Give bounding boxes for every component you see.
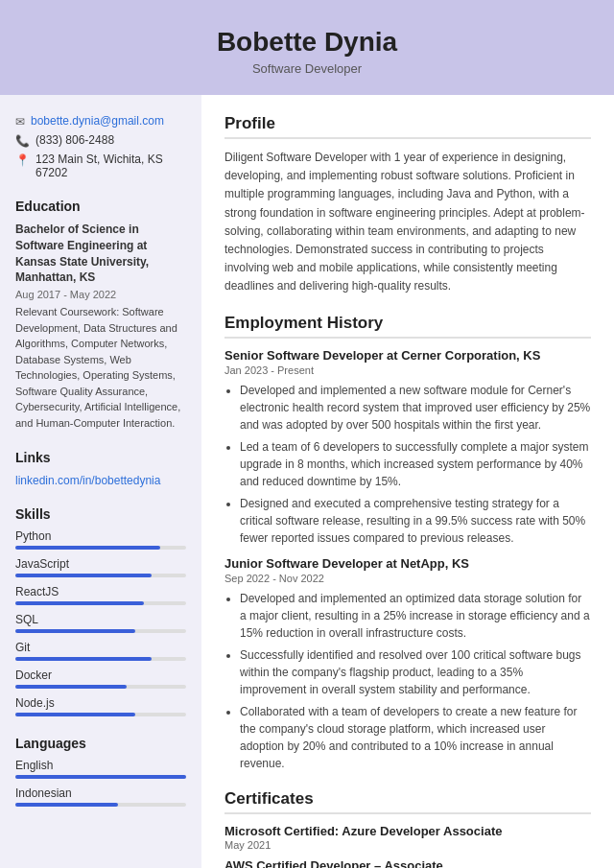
education-title: Education [15, 199, 186, 214]
skill-item: JavaScript [15, 557, 186, 577]
job-bullets: Developed and implemented an optimized d… [224, 590, 591, 772]
skill-name: SQL [15, 613, 186, 626]
skill-name: Python [15, 529, 186, 543]
linkedin-item: linkedin.com/in/bobettedynia [15, 473, 186, 487]
edu-dates: Aug 2017 - May 2022 [15, 289, 186, 300]
edu-coursework: Relevant Coursework: Software Developmen… [15, 304, 186, 431]
edu-degree: Bachelor of Science in Software Engineer… [15, 222, 186, 286]
education-section: Education Bachelor of Science in Softwar… [15, 199, 186, 431]
skill-bar-fill [15, 685, 127, 689]
job-bullet: Collaborated with a team of developers t… [240, 703, 591, 772]
skill-bar-fill [15, 574, 152, 577]
main-content: Profile Diligent Software Developer with… [201, 95, 614, 868]
links-title: Links [15, 450, 186, 465]
certs-list: Microsoft Certified: Azure Developer Ass… [224, 824, 591, 869]
skill-item: Python [15, 529, 186, 550]
job-bullet: Designed and executed a comprehensive te… [240, 495, 591, 547]
lang-bar-fill [15, 803, 118, 807]
contact-section: ✉ bobette.dynia@gmail.com 📞 (833) 806-24… [15, 114, 186, 179]
skill-bar-fill [15, 601, 144, 605]
skill-bar-fill [15, 657, 152, 661]
skill-name: Git [15, 641, 186, 654]
linkedin-link[interactable]: linkedin.com/in/bobettedynia [15, 474, 160, 487]
skills-title: Skills [15, 506, 186, 522]
skill-item: Git [15, 641, 186, 661]
languages-section: Languages English Indonesian [15, 736, 186, 807]
language-item: English [15, 759, 186, 779]
cert-name: AWS Certified Developer – Associate [224, 858, 591, 869]
certificates-section: Certificates Microsoft Certified: Azure … [224, 789, 591, 869]
languages-title: Languages [15, 736, 186, 751]
certificates-title: Certificates [224, 789, 591, 814]
job-title: Junior Software Developer at NetApp, KS [224, 556, 591, 571]
skill-name: ReactJS [15, 585, 186, 598]
skill-bar-fill [15, 546, 160, 550]
cert-entry: AWS Certified Developer – Associate Jul … [224, 858, 591, 869]
languages-list: English Indonesian [15, 759, 186, 807]
job-date: Sep 2022 - Nov 2022 [224, 573, 591, 584]
skill-name: Docker [15, 669, 186, 682]
location-icon: 📍 [15, 153, 30, 167]
skill-bar-bg [15, 574, 186, 577]
skill-item: Docker [15, 669, 186, 689]
resume-layout: ✉ bobette.dynia@gmail.com 📞 (833) 806-24… [0, 95, 614, 868]
lang-bar-bg [15, 803, 186, 807]
job-bullets: Developed and implemented a new software… [224, 382, 591, 547]
skill-bar-fill [15, 713, 135, 716]
phone-icon: 📞 [15, 134, 30, 148]
skill-bar-bg [15, 685, 186, 689]
skill-bar-bg [15, 713, 186, 716]
cert-name: Microsoft Certified: Azure Developer Ass… [224, 824, 591, 838]
skill-name: Node.js [15, 696, 186, 710]
skills-section: Skills Python JavaScript ReactJS SQL Git [15, 506, 186, 716]
cert-date: May 2021 [224, 839, 591, 851]
address-item: 📍 123 Main St, Wichita, KS 67202 [15, 152, 186, 179]
sidebar: ✉ bobette.dynia@gmail.com 📞 (833) 806-24… [0, 95, 201, 868]
skill-item: Node.js [15, 696, 186, 716]
skill-bar-fill [15, 629, 135, 633]
profile-title: Profile [224, 114, 591, 139]
phone-item: 📞 (833) 806-2488 [15, 133, 186, 148]
email-link[interactable]: bobette.dynia@gmail.com [31, 114, 164, 128]
email-item: ✉ bobette.dynia@gmail.com [15, 114, 186, 129]
address-text: 123 Main St, Wichita, KS 67202 [35, 152, 186, 179]
language-name: English [15, 759, 186, 772]
lang-bar-bg [15, 775, 186, 779]
job-bullet: Led a team of 6 developers to successful… [240, 438, 591, 490]
email-icon: ✉ [15, 115, 25, 129]
resume-header: Bobette Dynia Software Developer [0, 0, 614, 95]
profile-section: Profile Diligent Software Developer with… [224, 114, 591, 296]
skill-bar-bg [15, 629, 186, 633]
jobs-list: Senior Software Developer at Cerner Corp… [224, 348, 591, 772]
skill-bar-bg [15, 546, 186, 550]
cert-entry: Microsoft Certified: Azure Developer Ass… [224, 824, 591, 851]
language-name: Indonesian [15, 786, 186, 800]
skill-bar-bg [15, 601, 186, 605]
job-entry: Junior Software Developer at NetApp, KS … [224, 556, 591, 772]
job-bullet: Successfully identified and resolved ove… [240, 646, 591, 698]
profile-text: Diligent Software Developer with 1 year … [224, 149, 591, 296]
skill-bar-bg [15, 657, 186, 661]
job-bullet: Developed and implemented a new software… [240, 382, 591, 434]
skill-item: ReactJS [15, 585, 186, 605]
language-item: Indonesian [15, 786, 186, 807]
employment-title: Employment History [224, 314, 591, 339]
employment-section: Employment History Senior Software Devel… [224, 314, 591, 772]
skills-list: Python JavaScript ReactJS SQL Git [15, 529, 186, 716]
skill-item: SQL [15, 613, 186, 633]
phone-text: (833) 806-2488 [35, 133, 114, 147]
candidate-title: Software Developer [19, 61, 595, 76]
job-date: Jan 2023 - Present [224, 364, 591, 376]
job-bullet: Developed and implemented an optimized d… [240, 590, 591, 642]
job-title: Senior Software Developer at Cerner Corp… [224, 348, 591, 363]
job-entry: Senior Software Developer at Cerner Corp… [224, 348, 591, 547]
lang-bar-fill [15, 775, 186, 779]
candidate-name: Bobette Dynia [19, 27, 595, 58]
links-section: Links linkedin.com/in/bobettedynia [15, 450, 186, 487]
skill-name: JavaScript [15, 557, 186, 571]
